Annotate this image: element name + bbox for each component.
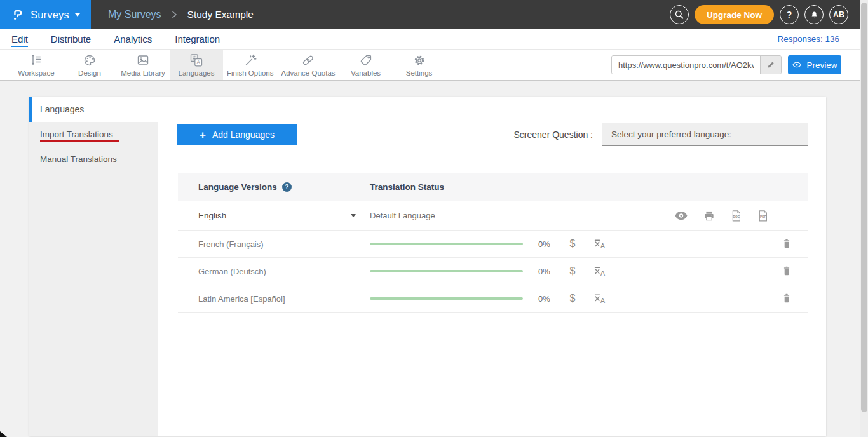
translate-icon[interactable]: A (593, 266, 607, 278)
chevron-down-icon (351, 214, 356, 217)
translate-icon[interactable]: A (593, 238, 607, 250)
add-languages-button[interactable]: + Add Languages (177, 124, 297, 145)
breadcrumb-survey-title: Study Example (187, 9, 254, 20)
translation-status-cell: 0% $ A (370, 293, 781, 305)
progress-percent: 0% (538, 267, 560, 276)
sidebar-item-import-translations[interactable]: Import Translations (29, 122, 158, 147)
screener-question-select[interactable]: Select your preferred language: (602, 123, 808, 146)
avatar-initials: AB (833, 10, 844, 19)
plus-icon: + (200, 130, 206, 140)
dollar-icon[interactable]: $ (566, 266, 579, 277)
trash-icon (781, 238, 792, 250)
toolbar-item-advance-quotas[interactable]: Advance Quotas (278, 50, 339, 80)
language-name: Latin America [Español] (198, 294, 285, 304)
help-button[interactable]: ? (780, 5, 799, 24)
screener-question-label: Screener Question : (513, 130, 593, 140)
scrollbar-thumb[interactable] (861, 3, 867, 412)
sidebar-item-languages[interactable]: Languages (29, 97, 158, 122)
preview-button[interactable]: Preview (788, 55, 841, 74)
tab-analytics[interactable]: Analytics (114, 30, 152, 49)
settings-gear-icon (412, 53, 427, 68)
progress-bar (370, 270, 523, 272)
languages-translate-icon: A (189, 53, 204, 68)
mouse-cursor (0, 431, 7, 437)
edit-url-button[interactable] (760, 56, 781, 74)
bell-icon (810, 10, 819, 20)
print-button[interactable] (703, 210, 715, 222)
dollar-icon[interactable]: $ (566, 293, 579, 304)
toolbar-item-media-library[interactable]: Media Library (116, 50, 170, 80)
finish-options-wand-icon (243, 53, 258, 68)
table-row-english: English Default Language (178, 201, 808, 231)
workspace-icon (29, 53, 44, 68)
user-avatar[interactable]: AB (829, 5, 848, 24)
progress-bar (370, 243, 523, 245)
eye-icon (674, 211, 688, 221)
dollar-icon[interactable]: $ (566, 238, 579, 250)
column-translation-status: Translation Status (370, 182, 444, 192)
product-switcher[interactable]: Surveys (0, 0, 91, 29)
languages-card: Languages Import Translations Manual Tra… (29, 97, 826, 436)
progress-percent: 0% (538, 239, 560, 249)
toolbar-item-finish-options[interactable]: Finish Options (223, 50, 278, 80)
languages-sidebar: Languages Import Translations Manual Tra… (29, 97, 158, 436)
content-top-row: + Add Languages Screener Question : Sele… (177, 123, 808, 146)
search-button[interactable] (670, 5, 689, 24)
table-row-latin-america: Latin America [Español] 0% $ A (178, 285, 808, 313)
svg-text:DOC: DOC (733, 215, 740, 218)
app-window: Surveys My Surveys Study Example Upgrade… (0, 0, 868, 437)
doc-file-icon: DOC (730, 209, 742, 223)
annotation-red-underline (40, 140, 119, 142)
delete-language-button[interactable] (781, 292, 808, 305)
top-actions: Upgrade Now ? AB (670, 5, 848, 24)
toolbar-item-workspace[interactable]: Workspace (10, 50, 63, 80)
survey-url-input[interactable] (612, 56, 760, 74)
table-row-german: German (Deutsch) 0% $ A (178, 258, 808, 285)
pencil-icon (766, 60, 775, 69)
pdf-file-icon: PDF (757, 209, 769, 223)
tab-integration[interactable]: Integration (175, 30, 220, 49)
sidebar-item-manual-translations[interactable]: Manual Translations (29, 147, 158, 171)
advance-quotas-chain-icon (301, 53, 316, 68)
vertical-scrollbar (860, 0, 868, 437)
languages-content: + Add Languages Screener Question : Sele… (158, 97, 826, 436)
breadcrumb-my-surveys[interactable]: My Surveys (108, 9, 161, 20)
toolbar-item-variables[interactable]: Variables (339, 50, 393, 80)
table-row-french: French (Français) 0% $ A (178, 231, 808, 258)
svg-text:A: A (600, 242, 605, 250)
page-background: Languages Import Translations Manual Tra… (0, 81, 860, 437)
delete-language-button[interactable] (781, 265, 808, 278)
tab-distribute[interactable]: Distribute (51, 30, 91, 49)
upgrade-now-button[interactable]: Upgrade Now (695, 5, 774, 24)
svg-text:A: A (600, 269, 605, 277)
survey-url-box (611, 55, 782, 74)
toolbar-item-languages[interactable]: A Languages (170, 50, 223, 80)
responses-count-link[interactable]: Responses: 136 (777, 34, 839, 44)
toolbar-item-settings[interactable]: Settings (393, 50, 446, 80)
question-mark-icon: ? (787, 10, 792, 20)
progress-percent: 0% (538, 294, 560, 304)
column-language-versions: Language Versions ? (178, 182, 370, 192)
trash-icon (781, 292, 792, 305)
edit-toolbar: Workspace Design (0, 50, 860, 81)
delete-language-button[interactable] (781, 238, 808, 250)
default-language-dropdown[interactable]: English (178, 211, 370, 220)
default-language-status: Default Language (370, 211, 674, 220)
translation-status-cell: 0% $ A (370, 266, 781, 278)
eye-icon (792, 60, 802, 70)
export-pdf-button[interactable]: PDF (757, 209, 769, 223)
export-doc-button[interactable]: DOC (730, 209, 742, 223)
toolbar-item-design[interactable]: Design (63, 50, 116, 80)
top-bar: Surveys My Surveys Study Example Upgrade… (0, 0, 860, 29)
trash-icon (781, 265, 792, 278)
help-tooltip-icon[interactable]: ? (282, 182, 292, 192)
svg-text:A: A (196, 59, 200, 65)
view-survey-button[interactable] (674, 211, 688, 221)
tab-edit[interactable]: Edit (11, 30, 28, 49)
translation-status-cell: 0% $ A (370, 238, 781, 250)
search-icon (674, 9, 685, 20)
language-versions-table: Language Versions ? Translation Status E… (178, 173, 808, 313)
notifications-button[interactable] (804, 5, 824, 24)
translate-icon[interactable]: A (593, 293, 607, 305)
language-name: German (Deutsch) (198, 267, 266, 276)
